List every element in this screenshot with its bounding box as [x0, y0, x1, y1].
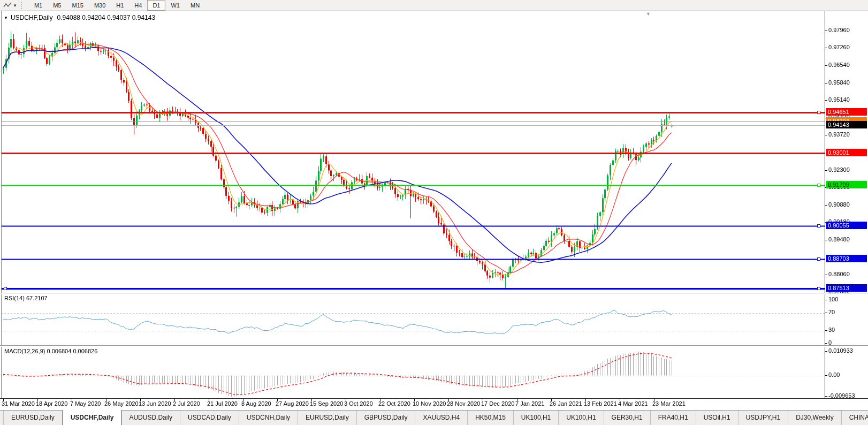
rsi-indicator-canvas[interactable] — [1, 294, 825, 346]
date-label: 3 Oct 2020 — [344, 400, 373, 407]
rsi-label: RSI(14) 67.2107 — [4, 295, 48, 301]
price-tick-mark — [825, 48, 827, 48]
rsi-tick-mark — [825, 313, 827, 313]
chart-tab-china300-h1[interactable]: CHINA300,H1 — [842, 411, 868, 425]
rsi-tick-mark — [825, 330, 827, 331]
macd-tick-label: -0.009653 — [828, 392, 855, 399]
date-label: 21 Jul 2020 — [207, 400, 238, 407]
date-label: 31 Mar 2020 — [2, 400, 35, 407]
macd-indicator-canvas[interactable] — [1, 347, 825, 399]
price-tick-mark — [825, 31, 827, 31]
price-tick-label: 0.90880 — [828, 201, 850, 208]
date-label: 13 Jun 2020 — [139, 400, 171, 407]
date-axis-border — [0, 398, 868, 399]
date-label: 27 Aug 2020 — [276, 400, 309, 407]
price-tick-label: 0.88060 — [828, 271, 850, 277]
chart-tab-eurusd-daily[interactable]: EURUSD,Daily — [298, 411, 357, 425]
chart-tab-dj30-weekly[interactable]: DJ30,Weekly — [788, 411, 841, 425]
timeframe-button-h4[interactable]: H4 — [129, 0, 147, 11]
price-tick-mark — [825, 83, 827, 84]
trading-platform-window: ▼ M1M5M15M30H1H4D1W1MN ▼USDCHF,Daily0.94… — [0, 0, 868, 425]
timeframe-button-w1[interactable]: W1 — [165, 0, 185, 11]
timeframe-button-m5[interactable]: M5 — [48, 0, 66, 11]
macd-tick-mark — [825, 375, 827, 376]
chart-tab-usdcnh-daily[interactable]: USDCNH,Daily — [239, 411, 298, 425]
timeframe-button-m30[interactable]: M30 — [89, 0, 111, 11]
chart-tab-usdcad-daily[interactable]: USDCAD,Daily — [180, 411, 239, 425]
hline-price-label: 0.91709 — [826, 181, 867, 188]
chart-title: ▼USDCHF,Daily0.94088 0.94204 0.94037 0.9… — [4, 14, 155, 21]
date-label: 17 Dec 2020 — [481, 400, 514, 407]
date-label: 23 Mar 2021 — [652, 400, 686, 407]
chart-tabs: EURUSD,DailyUSDCHF,DailyAUDUSD,DailyUSDC… — [0, 411, 868, 425]
price-tick-mark — [825, 275, 827, 275]
price-tick-label: 0.95840 — [828, 79, 850, 86]
rsi-tick-label: 70 — [828, 309, 835, 315]
date-label: 4 Mar 2021 — [618, 400, 648, 407]
timeframe-button-mn[interactable]: MN — [185, 0, 205, 11]
macd-tick-mark — [825, 351, 827, 352]
chart-shift-marker-icon[interactable]: ▼ — [646, 11, 651, 17]
chart-tab-fra40-h1[interactable]: FRA40,H1 — [651, 411, 696, 425]
timeframe-button-m1[interactable]: M1 — [29, 0, 48, 11]
toolbar-dropdown-caret-icon[interactable]: ▼ — [13, 3, 17, 8]
hline-price-label: 0.87513 — [826, 284, 867, 292]
chart-tab-gbpusd-daily[interactable]: GBPUSD,Daily — [357, 411, 416, 425]
hline-price-label: 0.94651 — [826, 108, 867, 116]
hline-price-label: 0.88703 — [826, 255, 867, 262]
date-label: 15 Sep 2020 — [310, 400, 343, 407]
chart-tab-xauusd-h4[interactable]: XAUUSD,H4 — [415, 411, 468, 425]
date-label: 13 Feb 2021 — [584, 400, 617, 407]
date-label: 26 Jan 2021 — [550, 400, 582, 407]
chart-tab-eurusd-daily[interactable]: EURUSD,Daily — [3, 411, 63, 425]
timeframe-button-d1[interactable]: D1 — [147, 0, 165, 11]
chart-tab-usoil-h1[interactable]: USOil,H1 — [696, 411, 738, 425]
price-tick-label: 0.97960 — [828, 27, 850, 33]
price-tick-label: 0.95140 — [828, 96, 850, 103]
date-label: 26 May 2020 — [104, 400, 139, 407]
timeframe-button-h1[interactable]: H1 — [111, 0, 129, 11]
price-tick-label: 0.92300 — [828, 166, 850, 173]
chart-left-border — [1, 11, 2, 398]
price-tick-mark — [825, 205, 827, 206]
zigzag-line-icon[interactable] — [2, 1, 13, 10]
chart-tab-bar: EURUSD,DailyUSDCHF,DailyAUDUSD,DailyUSDC… — [0, 410, 868, 425]
macd-label: MACD(12,26,9) 0.006804 0.006826 — [4, 348, 97, 354]
date-label: 28 Nov 2020 — [447, 400, 480, 407]
hline-price-label: 0.90055 — [826, 222, 867, 229]
timeframe-buttons: M1M5M15M30H1H4D1W1MN — [29, 0, 205, 11]
candlestick-chart-canvas[interactable] — [1, 12, 825, 293]
current-price-label: 0.94143 — [826, 121, 867, 128]
toolbar-grip[interactable] — [21, 2, 25, 9]
chart-collapse-icon[interactable]: ▼ — [4, 16, 8, 20]
rsi-tick-label: 30 — [828, 327, 835, 333]
hline-price-label: 0.93001 — [826, 149, 867, 156]
rsi-panel-splitter[interactable] — [0, 293, 868, 294]
chart-tab-usdjpy-h1[interactable]: USDJPY,H1 — [738, 411, 788, 425]
date-label: 22 Oct 2020 — [378, 400, 410, 407]
chart-symbol-label: USDCHF,Daily — [11, 14, 53, 21]
chart-tab-usdchf-daily[interactable]: USDCHF,Daily — [63, 410, 122, 425]
price-tick-mark — [825, 65, 827, 66]
price-tick-label: 0.96540 — [828, 62, 850, 68]
chart-tab-uk100-h1[interactable]: UK100,H1 — [514, 411, 559, 425]
macd-tick-mark — [825, 396, 827, 397]
price-tick-label: 0.89480 — [828, 236, 850, 242]
price-tick-label: 0.97260 — [828, 44, 850, 50]
macd-panel-splitter[interactable] — [0, 345, 868, 347]
chart-tab-audusd-daily[interactable]: AUDUSD,Daily — [121, 411, 180, 425]
price-tick-mark — [825, 100, 827, 101]
date-label: 10 Nov 2020 — [413, 400, 446, 407]
price-tick-mark — [825, 240, 827, 240]
chart-tab-uk100-h1[interactable]: UK100,H1 — [559, 411, 604, 425]
rsi-tick-mark — [825, 343, 827, 344]
price-tick-label: 0.93720 — [828, 131, 850, 138]
price-tick-mark — [825, 135, 827, 135]
rsi-tick-mark — [825, 300, 827, 300]
chart-tab-ger30-h1[interactable]: GER30,H1 — [604, 411, 651, 425]
date-label: 7 Jan 2021 — [515, 400, 544, 407]
timeframe-button-m15[interactable]: M15 — [66, 0, 88, 11]
date-label: 18 Apr 2020 — [36, 400, 67, 407]
chart-tab-hk50-m15[interactable]: HK50,M15 — [468, 411, 514, 425]
date-label: 8 Aug 2020 — [241, 400, 271, 407]
